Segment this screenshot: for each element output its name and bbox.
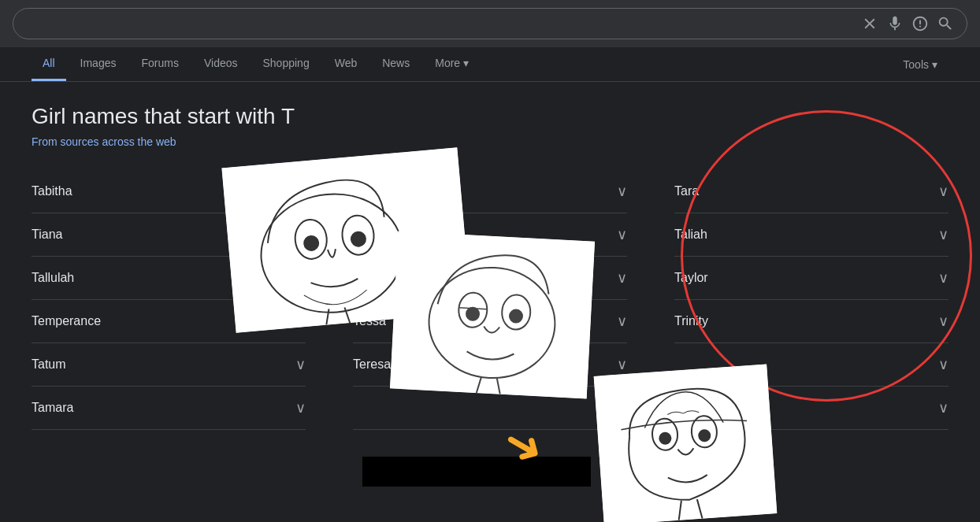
chevron-col3-6: ∨	[938, 399, 948, 416]
name-item-taylor[interactable]: Taylor ∨	[674, 257, 948, 300]
chevron-tara: ∨	[938, 183, 948, 200]
name-item-taliah[interactable]: Taliah ∨	[674, 213, 948, 257]
meme-image-2	[390, 231, 595, 399]
result-subtitle: From sources across the web	[32, 135, 948, 148]
name-item-trinity[interactable]: Trinity ∨	[674, 300, 948, 343]
chevron-trinity: ∨	[938, 313, 948, 330]
meme-image-3	[594, 365, 778, 522]
redaction-bar	[362, 457, 591, 487]
chevron-col3-5: ∨	[938, 356, 948, 373]
svg-rect-16	[594, 365, 778, 522]
tab-videos[interactable]: Videos	[193, 47, 249, 81]
clear-button[interactable]	[861, 15, 878, 32]
name-item-tara[interactable]: Tara ∨	[674, 170, 948, 213]
chevron-taylor: ∨	[938, 269, 948, 287]
chevron-col2-3: ∨	[617, 269, 627, 287]
name-item-tamara[interactable]: Tamara ∨	[32, 387, 306, 430]
chevron-taliah: ∨	[938, 226, 948, 243]
chevron-tamara: ∨	[295, 399, 306, 416]
tab-more[interactable]: More ▾	[424, 47, 480, 81]
search-bar: girl names that start with t	[0, 0, 980, 47]
search-button[interactable]	[937, 15, 954, 32]
chevron-talia: ∨	[617, 183, 627, 200]
chevron-teresa: ∨	[617, 356, 627, 373]
chevron-col2-2: ∨	[617, 226, 627, 243]
name-item-tatum[interactable]: Tatum ∨	[32, 343, 306, 387]
tab-web[interactable]: Web	[324, 47, 369, 81]
tab-news[interactable]: News	[371, 47, 421, 81]
chevron-tatum: ∨	[295, 356, 306, 373]
tab-forums[interactable]: Forums	[130, 47, 189, 81]
lens-button[interactable]	[911, 15, 929, 32]
mic-button[interactable]	[886, 15, 904, 32]
tab-shopping[interactable]: Shopping	[252, 47, 321, 81]
result-title: Girl names that start with T	[32, 104, 948, 129]
tools-tab[interactable]: Tools ▾	[892, 49, 948, 80]
tab-images[interactable]: Images	[69, 47, 128, 81]
nav-tabs: All Images Forums Videos Shopping Web Ne…	[0, 47, 980, 82]
tab-all[interactable]: All	[32, 47, 66, 81]
search-input[interactable]: girl names that start with t	[26, 16, 853, 32]
search-input-wrapper: girl names that start with t	[13, 8, 967, 39]
chevron-tessa: ∨	[617, 313, 627, 330]
